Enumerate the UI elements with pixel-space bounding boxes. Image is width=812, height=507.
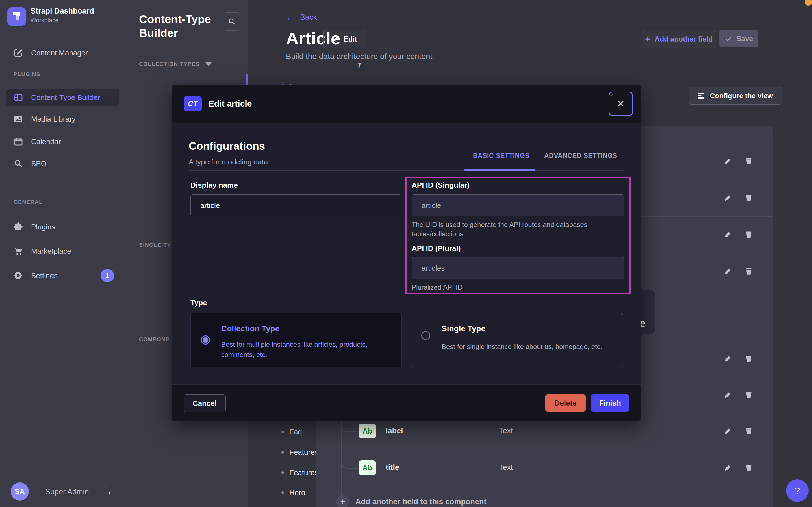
- sidebar-item-label: Media Library: [31, 115, 76, 123]
- api-id-singular-help: The UID is used to generate the API rout…: [412, 220, 612, 238]
- plus-circle-icon: +: [336, 495, 349, 507]
- row-actions: [724, 267, 753, 275]
- sidebar-item-content-type-builder[interactable]: Content-Type Builder: [6, 89, 119, 106]
- api-id-singular-input[interactable]: article: [412, 194, 624, 217]
- gear-icon: [13, 271, 23, 280]
- delete-field-button[interactable]: [745, 267, 753, 275]
- cancel-button[interactable]: Cancel: [184, 394, 226, 412]
- component-label: Faq: [289, 428, 302, 436]
- edit-field-button[interactable]: [724, 267, 732, 275]
- edit-field-button[interactable]: [724, 464, 732, 472]
- panel-scrollbar-thumb[interactable]: [246, 74, 248, 86]
- display-name-input[interactable]: article: [190, 194, 401, 217]
- edit-field-button[interactable]: [724, 157, 732, 165]
- sidebar-item-label: Settings: [31, 271, 58, 280]
- sidebar-item-label: Content-Type Builder: [31, 93, 100, 102]
- search-icon: [228, 18, 235, 25]
- collection-type-desc: Best for multiple instances like article…: [221, 339, 385, 360]
- panel-title: Content-Type Builder: [139, 12, 232, 40]
- sidebar-item-marketplace[interactable]: Marketplace: [13, 243, 115, 260]
- field-type: Text: [499, 427, 513, 435]
- radio-single-type[interactable]: [421, 331, 430, 340]
- collection-type-card[interactable]: Collection Type Best for multiple instan…: [190, 313, 402, 368]
- component-item[interactable]: Features: [282, 447, 318, 458]
- back-label: Back: [300, 13, 317, 22]
- general-heading: GENERAL: [13, 199, 43, 205]
- media-library-icon: [13, 114, 23, 124]
- configurations-subtitle: A type for modeling data: [189, 158, 268, 166]
- settings-badge: 1: [101, 269, 114, 282]
- delete-field-button[interactable]: [745, 157, 753, 165]
- content-manager-icon: [13, 48, 23, 58]
- content-type-builder-icon: [13, 93, 23, 102]
- divider: [353, 449, 768, 449]
- single-type-desc: Best for single instance like about us, …: [442, 342, 602, 352]
- search-button[interactable]: [223, 12, 240, 31]
- sidebar-item-settings[interactable]: Settings: [13, 267, 115, 284]
- modal-footer: Cancel Delete Finish: [172, 384, 641, 421]
- delete-field-button[interactable]: [745, 391, 753, 399]
- configure-view-button[interactable]: Configure the view: [689, 87, 782, 105]
- modal-header: CT Edit article ×: [172, 85, 641, 123]
- active-tab-underline: [464, 169, 535, 171]
- close-button[interactable]: ×: [611, 94, 630, 113]
- edit-field-button[interactable]: [724, 194, 732, 202]
- sidebar-item-content-manager[interactable]: Content Manager: [13, 45, 115, 61]
- delete-field-button[interactable]: [745, 355, 753, 362]
- close-button-focus-ring: ×: [609, 92, 633, 116]
- collection-types-label: COLLECTION TYPES: [139, 61, 200, 67]
- sidebar-item-media-library[interactable]: Media Library: [13, 111, 115, 127]
- app-workspace: Workplace: [30, 17, 59, 24]
- component-item[interactable]: Hero: [282, 487, 305, 498]
- sidebar-item-calendar[interactable]: Calendar: [13, 133, 115, 150]
- field-type: Text: [499, 463, 513, 472]
- edit-field-button[interactable]: [724, 355, 732, 362]
- close-icon: ×: [617, 97, 624, 111]
- component-item[interactable]: Faq: [282, 426, 302, 438]
- api-id-plural-value: articles: [422, 264, 445, 273]
- delete-field-button[interactable]: [745, 427, 753, 435]
- tab-basic-settings[interactable]: BASIC SETTINGS: [473, 152, 529, 160]
- calendar-icon: [13, 137, 23, 147]
- avatar[interactable]: SA: [11, 483, 29, 501]
- help-button[interactable]: ?: [786, 479, 809, 502]
- back-link[interactable]: ← Back: [286, 12, 317, 22]
- single-type-card[interactable]: Single Type Best for single instance lik…: [411, 313, 623, 368]
- delete-field-button[interactable]: [745, 194, 753, 202]
- divider: [0, 37, 125, 37]
- sidebar-item-label: SEO: [31, 159, 47, 168]
- sidebar-item-seo[interactable]: SEO: [13, 156, 115, 172]
- page-subtitle: Build the data architecture of your cont…: [286, 52, 432, 61]
- collection-types-header[interactable]: COLLECTION TYPES: [139, 61, 211, 67]
- delete-field-button[interactable]: [745, 464, 753, 472]
- bullet-icon: [282, 471, 284, 474]
- tab-advanced-settings[interactable]: ADVANCED SETTINGS: [544, 152, 617, 160]
- layout-lines-icon: [698, 93, 705, 99]
- edit-button[interactable]: Edit: [323, 30, 366, 48]
- tree-elbow: [341, 454, 358, 468]
- delete-button[interactable]: Delete: [545, 394, 586, 412]
- row-actions: [724, 427, 753, 435]
- row-actions: [724, 157, 753, 165]
- edit-field-button[interactable]: [724, 391, 732, 399]
- user-name: Super Admin: [45, 488, 89, 496]
- row-actions: [724, 231, 753, 238]
- divider: [189, 170, 624, 171]
- radio-collection-type[interactable]: [201, 335, 210, 344]
- api-id-plural-input[interactable]: articles: [412, 257, 624, 279]
- edit-field-button[interactable]: [724, 231, 732, 238]
- save-label: Save: [737, 35, 753, 43]
- save-button[interactable]: Save: [719, 30, 758, 48]
- add-component-field-label: Add another field to this component: [356, 497, 486, 506]
- edit-field-button[interactable]: [724, 427, 732, 435]
- collection-type-title: Collection Type: [221, 324, 279, 333]
- sidebar-item-plugins[interactable]: Plugins: [13, 219, 115, 235]
- bullet-icon: [282, 431, 284, 433]
- api-id-singular-label: API ID (Singular): [412, 181, 470, 190]
- collapse-sidebar-button[interactable]: ‹: [104, 485, 115, 500]
- add-another-field-button[interactable]: + Add another field: [642, 30, 716, 48]
- finish-button[interactable]: Finish: [591, 394, 629, 412]
- add-component-field-button[interactable]: + Add another field to this component: [336, 495, 486, 507]
- delete-field-button[interactable]: [745, 231, 753, 238]
- sidebar: Strapi Dashboard Workplace Content Manag…: [0, 0, 126, 507]
